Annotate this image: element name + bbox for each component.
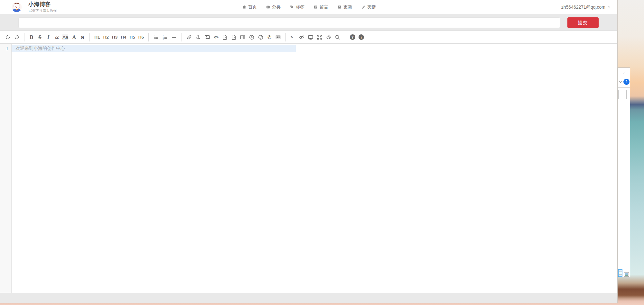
toolbar-goto-line-glyph: >_: [291, 35, 295, 40]
toolbar-strikethrough-button[interactable]: S: [36, 33, 44, 42]
toolbar-image-button[interactable]: [203, 33, 212, 42]
toolbar-h5-button[interactable]: H5: [128, 33, 136, 42]
code-text-area[interactable]: 欢迎来到小海的创作中心: [12, 44, 309, 293]
toolbar-watch-button[interactable]: [297, 33, 306, 42]
toolbar-list-ul-button[interactable]: [152, 33, 161, 42]
active-line: 欢迎来到小海的创作中心: [12, 45, 296, 52]
nav-item-category[interactable]: 分类: [266, 4, 281, 10]
article-title-input[interactable]: [18, 17, 560, 28]
chevron-down-icon[interactable]: [619, 80, 622, 84]
toolbar-italic-button[interactable]: I: [44, 33, 52, 42]
toolbar-code-button[interactable]: </>: [212, 33, 220, 42]
editor-line-text: 欢迎来到小海的创作中心: [15, 46, 65, 51]
site-subtitle: 记录学习成长历程: [28, 8, 57, 12]
markdown-preview-pane: [309, 44, 617, 293]
file-code-icon: [222, 34, 228, 40]
toolbar-preview-button[interactable]: [306, 33, 315, 42]
toolbar-ucwords-button[interactable]: Aa: [61, 33, 70, 42]
update-icon: [337, 5, 342, 9]
toolbar-h3-button[interactable]: H3: [110, 33, 119, 42]
toolbar-h6-button[interactable]: H6: [137, 33, 145, 42]
toolbar-list-ol-button[interactable]: 123: [161, 33, 170, 42]
widget-input[interactable]: [618, 90, 627, 99]
toolbar-help-glyph: ?: [350, 34, 355, 40]
widget-help-button[interactable]: ?: [623, 79, 630, 85]
eye-slash-icon: [299, 34, 304, 40]
table-icon: [240, 34, 246, 40]
anchor-icon: [195, 34, 201, 40]
tag-icon: [290, 5, 294, 9]
link-icon: [186, 34, 192, 40]
toolbar-pagebreak-button[interactable]: [274, 33, 283, 42]
toolbar-italic-glyph: I: [47, 34, 49, 40]
toolbar-reference-link-button[interactable]: [194, 33, 203, 42]
toolbar-h2-button[interactable]: H2: [102, 33, 110, 42]
toolbar-link-button[interactable]: [185, 33, 194, 42]
image-mode-icon[interactable]: [624, 272, 629, 277]
toolbar-emoji-button[interactable]: [256, 33, 265, 42]
nav-item-tags[interactable]: 标签: [290, 4, 304, 10]
eraser-icon: [326, 34, 331, 40]
toolbar-goto-line-button[interactable]: >_: [289, 33, 297, 42]
toolbar-divider: [182, 33, 182, 41]
smiley-icon: [258, 34, 264, 40]
site-header: 小海博客 记录学习成长历程 首页分类标签留言更新友链 zh56462271@qq…: [0, 0, 617, 14]
toolbar-undo-button[interactable]: [3, 33, 12, 42]
site-logo-avatar[interactable]: [12, 2, 22, 12]
toolbar-preformatted-text-button[interactable]: [220, 33, 229, 42]
toolbar-h1-button[interactable]: H1: [93, 33, 101, 42]
toolbar-table-button[interactable]: [238, 33, 247, 42]
toolbar-hr-button[interactable]: [170, 33, 179, 42]
nav-item-message[interactable]: 留言: [313, 4, 328, 10]
toolbar-search-button[interactable]: [333, 33, 342, 42]
nav-item-update[interactable]: 更新: [337, 4, 352, 10]
toolbar-clear-button[interactable]: [324, 33, 333, 42]
toolbar-uppercase-button[interactable]: A: [70, 33, 78, 42]
avatar-cartoon-icon: [12, 2, 22, 12]
submit-button[interactable]: 提交: [567, 17, 599, 28]
toolbar-h4-glyph: H4: [121, 35, 126, 40]
markdown-editor: 1 欢迎来到小海的创作中心: [0, 44, 617, 293]
list-ul-icon: [153, 34, 159, 40]
image-icon: [204, 34, 210, 40]
nav-item-home[interactable]: 首页: [242, 4, 257, 10]
toolbar-strikethrough-glyph: S: [39, 34, 42, 40]
user-menu[interactable]: zh56462271@qq.com: [561, 4, 611, 10]
friendlink-icon: [361, 5, 366, 9]
toolbar-html-entities-glyph: ©: [267, 34, 271, 40]
toolbar-fullscreen-button[interactable]: [315, 33, 324, 42]
toolbar-ucwords-glyph: Aa: [62, 34, 68, 40]
message-icon: [313, 5, 318, 9]
toolbar-lowercase-button[interactable]: a: [78, 33, 87, 42]
toolbar-bold-glyph: B: [30, 34, 33, 40]
nav-label: 分类: [272, 4, 281, 10]
newspaper-icon: [275, 34, 281, 40]
toolbar-datetime-button[interactable]: [247, 33, 256, 42]
close-icon[interactable]: [622, 70, 626, 75]
home-icon: [242, 5, 247, 9]
toolbar-h1-glyph: H1: [94, 35, 100, 40]
file-code-icon: [231, 34, 237, 40]
toolbar-quote-button[interactable]: “: [52, 33, 61, 42]
toolbar-help-button[interactable]: ?: [348, 33, 357, 42]
search-icon: [335, 34, 341, 40]
toolbar-quote-glyph: “: [55, 34, 59, 40]
widget-mode-switch: [618, 269, 629, 277]
redo-icon: [14, 34, 20, 40]
code-editor-pane[interactable]: 1 欢迎来到小海的创作中心: [0, 44, 309, 293]
nav-label: 标签: [296, 4, 304, 10]
toolbar-h3-glyph: H3: [112, 35, 117, 40]
list-mode-icon[interactable]: [618, 269, 622, 277]
toolbar-code-block-button[interactable]: [229, 33, 238, 42]
chevron-down-icon: [607, 4, 611, 10]
nav-label: 首页: [248, 4, 257, 10]
toolbar-uppercase-glyph: A: [72, 34, 76, 40]
toolbar-redo-button[interactable]: [12, 33, 21, 42]
extension-widget-panel: ?: [618, 67, 630, 277]
toolbar-h4-button[interactable]: H4: [119, 33, 128, 42]
compose-bar: 提交: [0, 14, 617, 31]
nav-item-friends[interactable]: 友链: [361, 4, 376, 10]
toolbar-html-entities-button[interactable]: ©: [265, 33, 274, 42]
toolbar-info-button[interactable]: i: [357, 33, 366, 42]
toolbar-bold-button[interactable]: B: [27, 33, 36, 42]
